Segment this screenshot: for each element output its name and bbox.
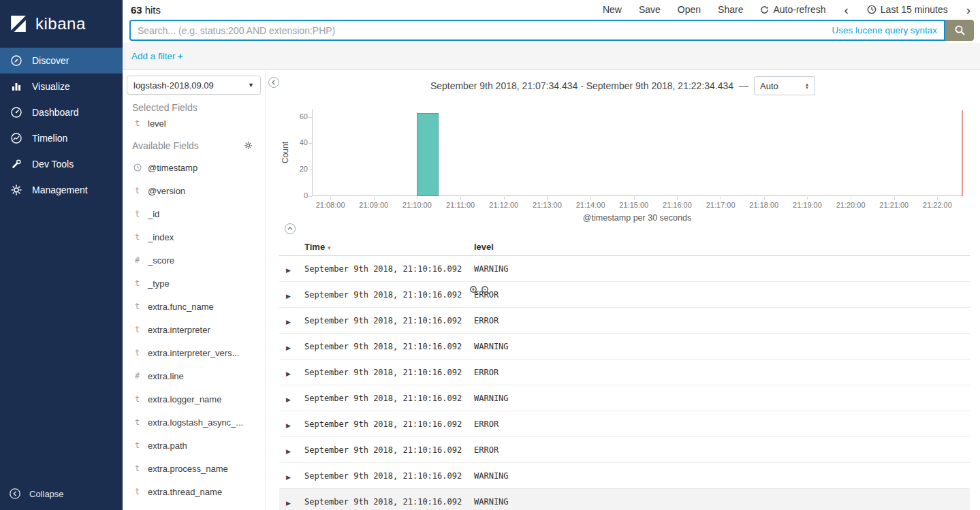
expand-row-caret-icon[interactable]: ▶ xyxy=(286,267,291,274)
sidebar-item-timelion[interactable]: Timelion xyxy=(0,125,123,151)
row-time-cell: September 9th 2018, 21:10:16.092 xyxy=(304,394,474,403)
field-item-extra.line[interactable]: #extra.line xyxy=(123,364,265,387)
x-tick-mark xyxy=(330,197,331,200)
field-item-level[interactable]: tlevel xyxy=(123,114,265,133)
field-item-_score[interactable]: #_score xyxy=(123,249,265,272)
filter-bar: Add a filter+ xyxy=(123,43,980,70)
row-level-cell: ERROR xyxy=(474,316,970,325)
column-header-time[interactable]: Time▾ xyxy=(304,242,474,252)
column-header-level[interactable]: level xyxy=(474,242,970,252)
row-expand-cell: ▶ xyxy=(279,470,304,482)
x-tick-label: 21:20:00 xyxy=(829,201,872,209)
row-level-cell: WARNING xyxy=(474,264,970,274)
field-name: extra.logger_name xyxy=(148,394,221,404)
string-field-icon: t xyxy=(133,441,142,450)
refresh-icon xyxy=(760,5,769,14)
row-level-cell: WARNING xyxy=(474,471,970,481)
expand-row-caret-icon[interactable]: ▶ xyxy=(286,293,291,300)
x-tick-label: 21:11:00 xyxy=(439,201,482,209)
row-level-cell: ERROR xyxy=(474,419,970,429)
auto-refresh-button[interactable]: Auto-refresh xyxy=(760,4,825,15)
expand-row-caret-icon[interactable]: ▶ xyxy=(286,448,291,455)
field-item-extra.interpreter[interactable]: textra.interpreter xyxy=(123,318,265,341)
search-input[interactable] xyxy=(131,21,944,39)
sidebar-item-management[interactable]: Management xyxy=(0,177,123,203)
table-row: ▶September 9th 2018, 21:10:16.092ERROR xyxy=(279,437,970,463)
field-item-extra.func_name[interactable]: textra.func_name xyxy=(123,295,265,318)
field-settings-button[interactable] xyxy=(244,141,253,150)
field-item-extra.logstash_async_...[interactable]: textra.logstash_async_... xyxy=(123,411,265,434)
time-forward-button[interactable]: › xyxy=(965,3,972,16)
x-tick-mark xyxy=(634,197,635,200)
x-tick-label: 21:14:00 xyxy=(569,201,612,209)
save-button[interactable]: Save xyxy=(639,4,661,15)
lucene-syntax-link[interactable]: Uses lucene query syntax xyxy=(832,25,937,35)
field-item-_index[interactable]: t_index xyxy=(123,225,265,249)
zoom-out-icon[interactable] xyxy=(481,285,490,297)
table-row: ▶September 9th 2018, 21:10:16.092WARNING xyxy=(279,489,970,510)
field-item-extra.interpreter_vers...[interactable]: textra.interpreter_vers... xyxy=(123,341,265,364)
row-time-cell: September 9th 2018, 21:10:16.092 xyxy=(304,497,474,507)
kibana-home-link[interactable]: kibana xyxy=(0,0,123,48)
add-filter-button[interactable]: Add a filter+ xyxy=(131,51,183,61)
search-box: Uses lucene query syntax xyxy=(129,20,945,41)
string-field-icon: t xyxy=(133,464,142,473)
index-pattern-select[interactable]: logstash-2018.09.09 ▼ xyxy=(127,76,261,95)
x-tick-mark xyxy=(894,197,895,200)
results-table: Time▾level▶September 9th 2018, 21:10:16.… xyxy=(279,238,970,510)
field-name: extra.func_name xyxy=(148,302,214,312)
sidebar-item-visualize[interactable]: Visualize xyxy=(0,74,123,99)
x-tick-label: 21:13:00 xyxy=(525,201,569,209)
collapse-chart-button[interactable] xyxy=(285,223,296,234)
row-time-value: September 9th 2018, 21:10:16.092 xyxy=(304,342,462,351)
field-item-_type[interactable]: t_type xyxy=(123,272,265,295)
hits-label: hits xyxy=(145,4,161,16)
expand-row-caret-icon[interactable]: ▶ xyxy=(286,500,291,507)
open-button[interactable]: Open xyxy=(678,4,701,15)
row-level-cell: WARNING xyxy=(474,342,970,351)
time-back-button[interactable]: ‹ xyxy=(843,3,850,16)
expand-row-caret-icon[interactable]: ▶ xyxy=(286,396,291,403)
expand-row-caret-icon[interactable]: ▶ xyxy=(286,319,291,325)
expand-row-caret-icon[interactable]: ▶ xyxy=(286,345,291,351)
field-item-extra.process_name[interactable]: textra.process_name xyxy=(123,457,265,480)
field-item-@timestamp[interactable]: @timestamp xyxy=(123,156,265,179)
x-tick-mark xyxy=(807,197,808,200)
field-item-extra.thread_name[interactable]: textra.thread_name xyxy=(123,480,265,503)
row-level-cell: WARNING xyxy=(474,394,970,403)
time-picker-button[interactable]: Last 15 minutes xyxy=(867,4,948,15)
row-time-cell: September 9th 2018, 21:10:16.092 xyxy=(304,419,474,429)
row-expand-cell: ▶ xyxy=(279,263,304,275)
field-item-extra.logger_name[interactable]: textra.logger_name xyxy=(123,387,265,411)
string-field-icon: t xyxy=(133,118,142,128)
zoom-cursor-icons xyxy=(469,285,490,297)
table-row: ▶September 9th 2018, 21:10:16.092ERROR xyxy=(279,308,970,334)
field-item-_id[interactable]: t_id xyxy=(123,202,265,225)
x-tick-label: 21:09:00 xyxy=(352,201,396,209)
gear-icon xyxy=(244,141,253,150)
expand-row-caret-icon[interactable]: ▶ xyxy=(286,422,291,429)
clock-icon xyxy=(867,5,876,14)
collapse-nav-button[interactable]: Collapse xyxy=(0,481,123,506)
field-item-@version[interactable]: t@version xyxy=(123,179,265,202)
collapse-label: Collapse xyxy=(29,489,64,499)
sidebar-item-label: Management xyxy=(32,185,88,195)
new-button[interactable]: New xyxy=(603,4,622,15)
sidebar-item-discover[interactable]: Discover xyxy=(0,48,123,74)
sidebar-item-dashboard[interactable]: Dashboard xyxy=(0,99,123,125)
zoom-in-icon[interactable] xyxy=(469,285,479,297)
share-button[interactable]: Share xyxy=(718,4,743,15)
field-item-extra.path[interactable]: textra.path xyxy=(123,434,265,457)
row-time-cell: September 9th 2018, 21:10:16.092 xyxy=(304,316,474,325)
histogram-bar[interactable] xyxy=(417,113,439,196)
number-field-icon: # xyxy=(133,371,142,381)
expand-row-caret-icon[interactable]: ▶ xyxy=(286,370,291,377)
x-tick-mark xyxy=(590,197,591,200)
expand-row-caret-icon[interactable]: ▶ xyxy=(286,474,291,481)
table-header-row: Time▾level xyxy=(279,238,970,256)
search-button[interactable] xyxy=(945,20,974,41)
y-tick-label: 40 xyxy=(282,138,308,146)
row-expand-cell: ▶ xyxy=(279,340,304,353)
string-field-icon: t xyxy=(133,348,142,357)
sidebar-item-dev-tools[interactable]: Dev Tools xyxy=(0,151,123,177)
